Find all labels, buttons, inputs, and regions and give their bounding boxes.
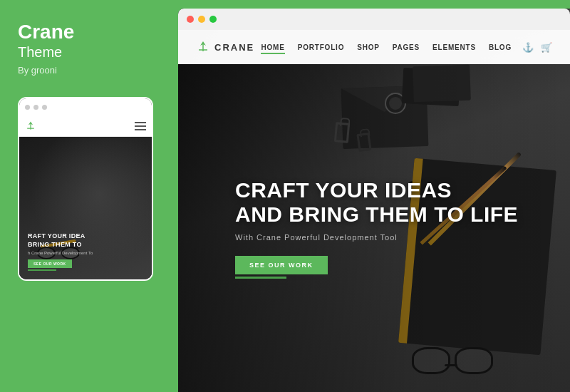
mobile-logo-icon — [25, 120, 36, 132]
browser-dot-green — [209, 16, 217, 23]
hero-cta-underline — [235, 277, 286, 279]
mobile-cta-underline — [28, 269, 56, 271]
mobile-browser-bar — [19, 98, 152, 117]
wax-seal — [385, 93, 406, 114]
business-card-2 — [413, 65, 471, 103]
desktop-nav-logo: CRANE — [196, 40, 254, 54]
mobile-hamburger-icon[interactable] — [135, 122, 146, 130]
desktop-browser-bar — [178, 9, 570, 30]
nav-link-pages[interactable]: PAGES — [393, 43, 420, 51]
mobile-hero-subtitle: h Crane Powerful Development To — [28, 251, 143, 255]
binder-clip-1 — [334, 122, 350, 143]
nav-icons: ⚓ 🛒 — [522, 42, 552, 53]
browser-dot-red — [187, 16, 194, 23]
mobile-hero-text: RAFT YOUR IDEA BRING THEM TO h Crane Pow… — [28, 232, 143, 270]
nav-logo-text: CRANE — [214, 42, 254, 53]
mobile-hero-title: RAFT YOUR IDEA BRING THEM TO — [28, 232, 143, 249]
glasses-frame — [406, 349, 499, 374]
glasses-bridge — [445, 364, 457, 366]
cart-icon[interactable]: 🛒 — [541, 42, 552, 53]
nav-link-home[interactable]: HOME — [261, 43, 284, 51]
mobile-dot-yellow — [33, 105, 38, 110]
mobile-dot-green — [42, 105, 47, 110]
desktop-hero: CRAFT YOUR IDEAS AND BRING THEM TO LIFE … — [178, 30, 570, 392]
left-panel: Crane Theme By grooni — [0, 0, 175, 392]
desktop-hero-content: CRAFT YOUR IDEAS AND BRING THEM TO LIFE … — [235, 178, 518, 279]
mobile-cta-button[interactable]: SEE OUR WORK — [28, 259, 72, 268]
hero-title: CRAFT YOUR IDEAS AND BRING THEM TO LIFE — [235, 178, 518, 227]
desktop-nav-links: HOME PORTFOLIO SHOP PAGES ELEMENTS BLOG — [261, 43, 512, 51]
hero-cta-button[interactable]: SEE OUR WORK — [235, 256, 328, 274]
mobile-nav — [19, 117, 152, 137]
desktop-nav: CRANE HOME PORTFOLIO SHOP PAGES ELEMENTS… — [178, 30, 570, 64]
mobile-preview: RAFT YOUR IDEA BRING THEM TO h Crane Pow… — [18, 97, 153, 281]
nav-link-elements[interactable]: ELEMENTS — [432, 43, 476, 51]
paper-clip — [408, 73, 420, 98]
hero-subtitle: With Crane Powerful Development Tool — [235, 233, 518, 242]
theme-title: Crane Theme — [18, 21, 74, 61]
envelope — [341, 86, 429, 149]
binder-clip-2 — [356, 133, 371, 152]
search-icon[interactable]: ⚓ — [522, 42, 534, 53]
glasses — [406, 346, 499, 378]
nav-link-blog[interactable]: BLOG — [489, 43, 512, 51]
mobile-hero: RAFT YOUR IDEA BRING THEM TO h Crane Pow… — [19, 137, 152, 279]
mobile-dot-red — [25, 105, 30, 110]
browser-dot-yellow — [198, 16, 205, 23]
desktop-site: CRANE HOME PORTFOLIO SHOP PAGES ELEMENTS… — [178, 30, 570, 392]
business-card-1 — [402, 68, 461, 106]
nav-link-shop[interactable]: SHOP — [357, 43, 380, 51]
nav-link-portfolio[interactable]: PORTFOLIO — [298, 43, 345, 51]
theme-author: By grooni — [18, 65, 57, 76]
desktop-preview: CRANE HOME PORTFOLIO SHOP PAGES ELEMENTS… — [178, 9, 570, 392]
crane-logo-icon — [196, 40, 210, 54]
